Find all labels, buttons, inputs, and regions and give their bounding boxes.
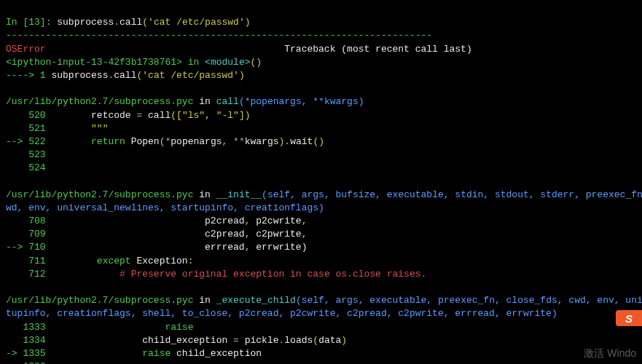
prompt-in-13: In [13]: — [6, 17, 57, 28]
line-number: 1336 — [6, 361, 46, 364]
ime-badge[interactable]: S — [616, 310, 642, 326]
code-module: subprocess — [57, 17, 114, 28]
traceback-file-path: /usr/lib/python2.7/subprocess.pyc — [6, 189, 193, 200]
traceback-arrow: -> 1335 — [6, 348, 142, 359]
line-number: 520 — [6, 110, 74, 121]
traceback-header: Traceback (most recent call last) — [284, 44, 471, 55]
code-comment: # Preserve original exception in case os… — [120, 269, 426, 280]
error-name: OSError — [6, 44, 46, 55]
line-number: 521 — [6, 123, 74, 134]
traceback-arrow: --> 710 — [6, 242, 205, 253]
traceback-file-path: /usr/lib/python2.7/subprocess.pyc — [6, 96, 193, 107]
traceback-file-path: /usr/lib/python2.7/subprocess.pyc — [6, 295, 193, 306]
terminal-output[interactable]: In [13]: subprocess.call('cat /etc/passw… — [0, 0, 642, 364]
line-number: 1334 — [6, 335, 142, 346]
traceback-arrow: ----> 1 — [6, 70, 51, 81]
traceback-separator: ----------------------------------------… — [6, 30, 432, 41]
line-number: 524 — [6, 162, 46, 173]
line-number: 712 — [6, 269, 120, 280]
windows-activation-watermark: 激活 Windo — [584, 347, 636, 360]
line-number: 523 — [6, 149, 46, 160]
line-number: 709 — [6, 229, 205, 240]
traceback-arrow: --> 522 — [6, 136, 74, 147]
traceback-file: ipython-input-13-42f3b1738761 — [12, 57, 176, 68]
line-number: 1333 — [6, 322, 165, 333]
line-number: 711 — [6, 256, 97, 266]
line-number: 708 — [6, 215, 205, 226]
